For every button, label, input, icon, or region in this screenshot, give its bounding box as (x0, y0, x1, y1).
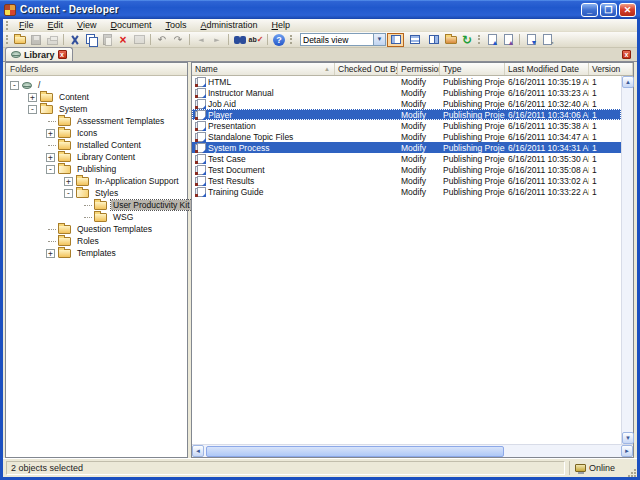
tree-item-roles[interactable]: Roles (6, 235, 187, 247)
scroll-left-icon[interactable]: ◄ (192, 445, 204, 457)
cut-button[interactable] (67, 33, 83, 47)
menu-tools[interactable]: Tools (158, 19, 193, 31)
tree-item-publishing[interactable]: -Publishing (6, 163, 187, 175)
menu-administration[interactable]: Administration (193, 19, 264, 31)
forward-button[interactable]: ► (209, 33, 225, 47)
preview-button[interactable] (131, 33, 147, 47)
tree-item-assessment-templates[interactable]: Assessment Templates (6, 115, 187, 127)
expand-toggle-icon[interactable]: + (46, 249, 55, 258)
column-header-checked-out-by[interactable]: Checked Out By (335, 63, 398, 75)
tree-item-icons[interactable]: +Icons (6, 127, 187, 139)
redo-icon: ↷ (174, 35, 182, 45)
menu-file[interactable]: File (12, 19, 41, 31)
find-button[interactable] (232, 33, 248, 47)
row-presentation[interactable]: PresentationModifyPublishing Project6/16… (192, 120, 621, 131)
open-button[interactable] (12, 33, 28, 47)
paste-button[interactable] (99, 33, 115, 47)
split-view-button[interactable] (425, 33, 442, 47)
back-button[interactable]: ◄ (193, 33, 209, 47)
collapse-toggle-icon[interactable]: - (64, 189, 73, 198)
help-button[interactable]: ? (271, 33, 287, 47)
tab-close-icon[interactable]: x (58, 50, 67, 59)
row-test-document[interactable]: Test DocumentModifyPublishing Project6/1… (192, 164, 621, 175)
spelling-button[interactable]: ab✓ (248, 33, 264, 47)
forward-icon: ► (214, 35, 219, 45)
column-header-version[interactable]: Version (589, 63, 633, 75)
scroll-right-icon[interactable]: ► (621, 445, 633, 457)
close-button[interactable]: ✕ (619, 3, 636, 17)
row-test-case[interactable]: Test CaseModifyPublishing Project6/16/20… (192, 153, 621, 164)
menu-bar: File Edit View Document Tools Administra… (3, 19, 637, 32)
maximize-button[interactable]: ❐ (600, 3, 617, 17)
delete-button[interactable]: × (115, 33, 131, 47)
row-player-selected[interactable]: PlayerModifyPublishing Project6/16/2011 … (192, 109, 621, 120)
expand-toggle-icon[interactable]: + (46, 129, 55, 138)
combo-dropdown-icon[interactable]: ▼ (373, 34, 385, 45)
list-view-button[interactable] (406, 33, 423, 47)
tree-item-library-content[interactable]: +Library Content (6, 151, 187, 163)
check-out-button[interactable]: ▲ (500, 33, 516, 47)
expand-toggle-icon[interactable]: + (46, 153, 55, 162)
document-icon (195, 176, 205, 186)
row-training-guide[interactable]: Training GuideModifyPublishing Project6/… (192, 186, 621, 197)
tab-library[interactable]: Library x (5, 47, 73, 61)
refresh-button[interactable]: ↻ (459, 33, 475, 47)
expand-toggle-icon[interactable]: + (28, 93, 37, 102)
row-system-process-selected[interactable]: System ProcessModifyPublishing Project6/… (192, 142, 621, 153)
undo-button[interactable]: ↶ (154, 33, 170, 47)
get-version-button[interactable]: ▼ (523, 33, 539, 47)
tab-strip: Library x x (3, 48, 637, 62)
collapse-toggle-icon[interactable]: - (10, 81, 19, 90)
menu-edit[interactable]: Edit (41, 19, 71, 31)
tree-item-in-application-support[interactable]: +In-Application Support (6, 175, 187, 187)
print-button[interactable] (44, 33, 60, 47)
column-header-last-modified[interactable]: Last Modified Date (505, 63, 589, 75)
tabstrip-close-icon[interactable]: x (622, 50, 631, 59)
collapse-toggle-icon[interactable]: - (46, 165, 55, 174)
tree-item-templates[interactable]: +Templates (6, 247, 187, 259)
tree-item-content[interactable]: +Content (6, 91, 187, 103)
tree-item-installed-content[interactable]: Installed Content (6, 139, 187, 151)
row-html[interactable]: HTMLModifyPublishing Project6/16/2011 10… (192, 76, 621, 87)
tree-item-styles[interactable]: -Styles (6, 187, 187, 199)
check-in-button[interactable]: ▲ (484, 33, 500, 47)
scroll-down-icon[interactable]: ▼ (622, 432, 634, 444)
check-out-icon: ▲ (504, 34, 513, 45)
cut-icon (70, 35, 80, 45)
document-properties-button[interactable]: ▪ (539, 33, 555, 47)
row-instructor-manual[interactable]: Instructor ManualModifyPublishing Projec… (192, 87, 621, 98)
redo-button[interactable]: ↷ (170, 33, 186, 47)
document-icon (195, 77, 205, 87)
horizontal-scrollbar[interactable]: ◄ ► (192, 444, 633, 457)
vertical-scrollbar[interactable]: ▲ ▼ (621, 76, 633, 444)
scrollbar-thumb[interactable] (206, 446, 504, 457)
menu-document[interactable]: Document (103, 19, 158, 31)
tree-item-wsg[interactable]: WSG (6, 211, 187, 223)
menu-help[interactable]: Help (265, 19, 298, 31)
row-standalone-topic-files[interactable]: Standalone Topic FilesModifyPublishing P… (192, 131, 621, 142)
menu-view[interactable]: View (70, 19, 103, 31)
save-button[interactable] (28, 33, 44, 47)
row-job-aid[interactable]: Job AidModifyPublishing Project6/16/2011… (192, 98, 621, 109)
toolbar-separator (519, 34, 520, 45)
column-header-name[interactable]: Name▲ (192, 63, 335, 75)
expand-toggle-icon[interactable]: + (64, 177, 73, 186)
collapse-toggle-icon[interactable]: - (28, 105, 37, 114)
document-icon (195, 154, 205, 164)
details-view-button[interactable] (387, 33, 404, 47)
scroll-up-icon[interactable]: ▲ (622, 76, 634, 88)
minimize-button[interactable]: _ (581, 3, 598, 17)
tree-item-system[interactable]: -System (6, 103, 187, 115)
column-header-permission[interactable]: Permission (398, 63, 440, 75)
tree-item-question-templates[interactable]: Question Templates (6, 223, 187, 235)
row-test-results[interactable]: Test ResultsModifyPublishing Project6/16… (192, 175, 621, 186)
folder-tree: -/ +Content -System Assessment Templates… (6, 76, 187, 259)
tree-item-user-productivity-kit[interactable]: User Productivity Kit (6, 199, 187, 211)
view-mode-select[interactable]: Details view ▼ (300, 33, 386, 46)
column-header-type[interactable]: Type (440, 63, 505, 75)
resize-grip[interactable] (627, 468, 636, 477)
up-one-level-button[interactable] (443, 33, 459, 47)
copy-button[interactable] (83, 33, 99, 47)
open-folder-icon (58, 165, 71, 174)
tree-item-root[interactable]: -/ (6, 79, 187, 91)
